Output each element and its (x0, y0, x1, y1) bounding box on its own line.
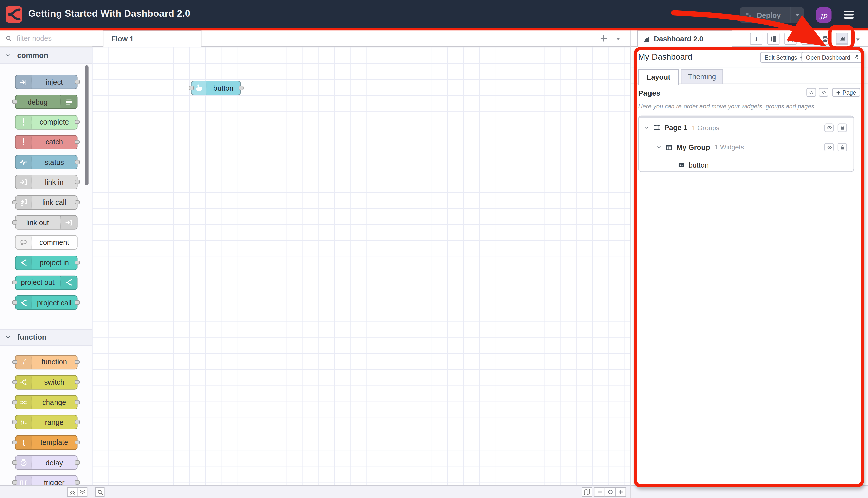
annotation-red-rectangle (634, 47, 864, 487)
node-output-port[interactable] (75, 120, 80, 124)
app-header: Getting Started With Dashboard 2.0 Deplo… (0, 0, 868, 29)
filter-nodes-input[interactable] (16, 34, 84, 43)
node-output-port[interactable] (75, 160, 80, 164)
node-output-port[interactable] (75, 180, 80, 184)
sidebar-toolbar-bug-button[interactable] (785, 32, 796, 45)
zoom-reset-button[interactable] (605, 487, 616, 497)
main-menu-button[interactable] (842, 8, 856, 21)
palette-node-catch[interactable]: catch (15, 135, 77, 149)
node-input-port[interactable] (12, 440, 17, 445)
flow-canvas-grid[interactable]: button (92, 47, 631, 485)
palette-node-project-in[interactable]: project in (15, 255, 77, 270)
palette-scrollbar[interactable] (85, 65, 88, 185)
palette-node-comment[interactable]: comment (15, 235, 77, 250)
node-input-port[interactable] (12, 400, 17, 404)
palette-node-change[interactable]: change (15, 395, 77, 409)
link-call-icon (15, 196, 32, 209)
zoom-controls (595, 487, 626, 497)
node-input-port[interactable] (12, 380, 17, 384)
palette-node-label: range (32, 416, 77, 429)
exclamation-icon (15, 135, 32, 149)
palette-node-project-call[interactable]: project call (15, 296, 77, 310)
node-input-port[interactable] (12, 100, 17, 104)
node-output-port[interactable] (75, 200, 80, 204)
node-output-port[interactable] (75, 460, 80, 464)
tab-flow-1[interactable]: Flow 1 (103, 30, 202, 47)
palette-node-inject[interactable]: inject (15, 75, 77, 89)
deploy-label: Deploy (757, 11, 790, 19)
node-input-port[interactable] (189, 86, 193, 90)
node-red-icon (15, 296, 32, 310)
palette-node-link-in[interactable]: link in (15, 175, 77, 189)
user-avatar[interactable]: jp (816, 7, 832, 23)
palette-collapse-all-button[interactable] (67, 487, 78, 497)
palette-node-link-call[interactable]: link call (15, 195, 77, 210)
palette-node-debug[interactable]: debug (15, 95, 77, 109)
palette-node-status[interactable]: status (15, 155, 77, 169)
node-output-port[interactable] (75, 140, 80, 144)
flow-list-caret[interactable] (615, 36, 621, 42)
node-output-port[interactable] (75, 260, 80, 265)
node-input-port[interactable] (12, 220, 17, 224)
sidebar-toolbar-info-button[interactable] (750, 32, 762, 45)
palette-node-label: template (32, 436, 77, 449)
palette-node-label: delay (32, 456, 77, 469)
palette-node-complete[interactable]: complete (15, 115, 77, 129)
palette-node-label: complete (32, 116, 77, 129)
switch-icon (15, 376, 32, 389)
link-arrow-icon (60, 216, 77, 229)
palette-node-link-out[interactable]: link out (15, 215, 77, 230)
node-input-port[interactable] (12, 460, 17, 464)
brace-icon (15, 436, 32, 449)
zoom-in-button[interactable] (615, 487, 626, 497)
palette-node-label: status (32, 156, 77, 169)
palette-search-row (0, 30, 92, 47)
palette-node-trigger[interactable]: trigger (15, 475, 77, 485)
palette-node-range[interactable]: range (15, 415, 77, 430)
node-input-port[interactable] (12, 300, 17, 305)
timer-icon (15, 456, 32, 469)
deploy-button[interactable]: Deploy (740, 7, 804, 23)
node-input-port[interactable] (12, 481, 17, 485)
node-input-port[interactable] (12, 420, 17, 424)
palette-category-common[interactable]: common (0, 47, 92, 64)
palette-node-project-out[interactable]: project out (15, 276, 77, 290)
palette-category-function[interactable]: function (0, 329, 92, 345)
node-output-port[interactable] (75, 380, 80, 384)
palette-node-label: project out (15, 276, 60, 289)
search-flows-button[interactable] (95, 487, 104, 497)
node-output-port[interactable] (75, 440, 80, 445)
sidebar-menu-caret[interactable] (855, 36, 861, 42)
node-input-port[interactable] (12, 360, 17, 364)
node-output-port[interactable] (238, 86, 243, 90)
node-output-port[interactable] (75, 400, 80, 404)
sidebar-toolbar-gear-button[interactable] (802, 32, 814, 45)
node-output-port[interactable] (75, 300, 80, 305)
palette-section-common: commoninjectdebugcompletecatchstatuslink… (0, 47, 92, 317)
palette-node-switch[interactable]: switch (15, 375, 77, 389)
toggle-navigator-button[interactable] (582, 487, 592, 497)
palette-expand-all-button[interactable] (77, 487, 87, 497)
node-output-port[interactable] (75, 420, 80, 424)
canvas-node-button[interactable]: button (191, 81, 241, 95)
palette-node-function[interactable]: function (15, 355, 77, 369)
node-input-port[interactable] (12, 280, 17, 285)
node-output-port[interactable] (75, 80, 80, 84)
deploy-options-caret[interactable] (790, 12, 804, 18)
sidebar-toolbar-book-button[interactable] (767, 32, 779, 45)
palette-node-label: project in (32, 256, 77, 269)
palette-node-template[interactable]: template (15, 435, 77, 449)
exclamation-icon (15, 116, 32, 129)
palette-node-label: catch (32, 135, 77, 149)
node-output-port[interactable] (75, 360, 80, 364)
palette-node-label: switch (32, 376, 77, 389)
zoom-out-button[interactable] (594, 487, 605, 497)
node-input-port[interactable] (12, 200, 17, 204)
tab-dashboard-2[interactable]: Dashboard 2.0 (637, 30, 733, 47)
palette-scroll-area[interactable]: commoninjectdebugcompletecatchstatuslink… (0, 47, 92, 485)
node-output-port[interactable] (75, 481, 80, 485)
add-flow-button[interactable] (599, 35, 608, 43)
node-red-logo-icon[interactable] (5, 6, 22, 23)
chevron-down-icon (5, 334, 11, 340)
palette-node-delay[interactable]: delay (15, 455, 77, 470)
